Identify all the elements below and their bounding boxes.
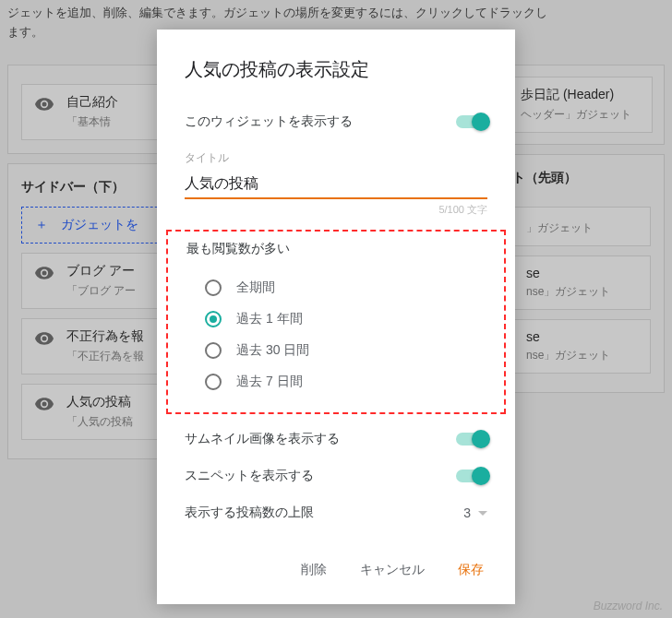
- radio-icon: [205, 374, 222, 390]
- radio-icon: [205, 279, 222, 296]
- post-limit-label: 表示する投稿数の上限: [185, 505, 314, 521]
- save-button[interactable]: 保存: [454, 556, 487, 584]
- radio-past-7-days[interactable]: 過去 7 日間: [186, 366, 486, 398]
- snippet-label: スニペットを表示する: [185, 468, 314, 484]
- radio-all-time[interactable]: 全期間: [186, 272, 486, 303]
- post-limit-value: 3: [463, 505, 471, 520]
- radio-label: 過去 30 日間: [236, 342, 309, 359]
- watermark: Buzzword Inc.: [594, 600, 663, 612]
- show-widget-label: このウィジェットを表示する: [185, 113, 353, 130]
- show-widget-toggle[interactable]: [456, 115, 487, 128]
- chevron-down-icon: [478, 511, 487, 516]
- radio-icon: [205, 342, 222, 359]
- period-group-label: 最も閲覧数が多い: [186, 241, 486, 257]
- post-limit-select[interactable]: 3: [463, 505, 487, 520]
- snippet-toggle[interactable]: [456, 469, 487, 482]
- radio-past-30-days[interactable]: 過去 30 日間: [186, 335, 486, 366]
- radio-label: 過去 7 日間: [236, 374, 303, 390]
- radio-icon: [205, 311, 222, 327]
- settings-modal: 人気の投稿の表示設定 このウィジェットを表示する タイトル 5/100 文字 最…: [157, 30, 515, 604]
- cancel-button[interactable]: キャンセル: [356, 556, 428, 584]
- radio-label: 全期間: [236, 279, 275, 296]
- title-field-label: タイトル: [185, 150, 487, 166]
- thumbnail-toggle[interactable]: [456, 433, 487, 446]
- modal-title: 人気の投稿の表示設定: [185, 57, 487, 82]
- period-highlight-box: 最も閲覧数が多い 全期間 過去 1 年間 過去 30 日間 過去 7 日間: [166, 230, 506, 414]
- delete-button[interactable]: 削除: [297, 556, 330, 584]
- radio-past-year[interactable]: 過去 1 年間: [186, 303, 486, 335]
- radio-label: 過去 1 年間: [236, 311, 303, 327]
- thumbnail-label: サムネイル画像を表示する: [185, 431, 340, 447]
- char-count: 5/100 文字: [185, 203, 487, 217]
- title-input[interactable]: [185, 172, 487, 199]
